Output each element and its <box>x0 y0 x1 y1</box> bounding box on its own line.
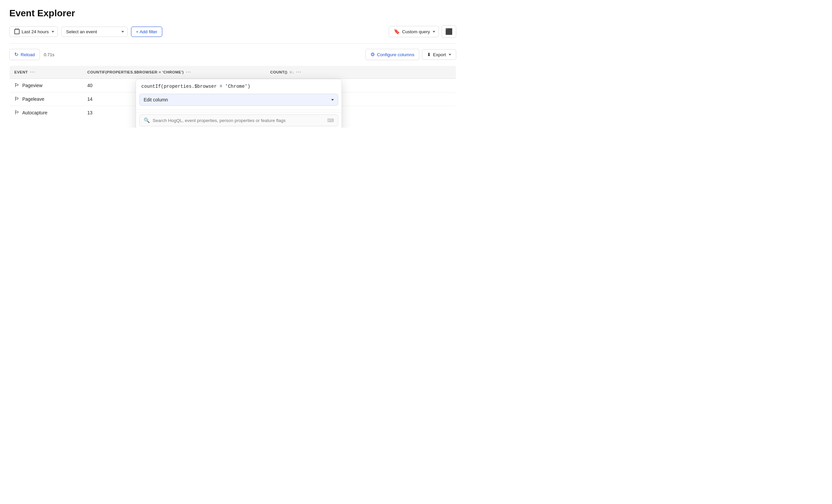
custom-query-label: Custom query <box>402 29 430 34</box>
chevron-down-icon <box>449 54 451 55</box>
col-event-more-icon[interactable]: ··· <box>30 69 35 75</box>
stack-layers-button[interactable]: ⬛ <box>442 25 456 38</box>
event-icon-pageleave: 🏳 <box>14 96 20 102</box>
event-name-autocapture: Autocapture <box>22 110 48 115</box>
page-title: Event Explorer <box>9 8 456 19</box>
configure-columns-label: Configure columns <box>377 52 414 57</box>
sort-icon[interactable]: ≡↓ <box>289 70 294 75</box>
configure-icon: ⚙ <box>370 52 375 57</box>
search-input[interactable] <box>153 118 324 123</box>
event-select-button[interactable]: Select an event <box>61 27 128 37</box>
col-event-label: EVENT <box>14 70 28 74</box>
chevron-down-icon <box>52 31 54 33</box>
event-cell-pageleave: 🏳 Pageleave <box>10 92 83 106</box>
col-event: EVENT ··· <box>10 66 83 79</box>
event-name-pageleave: Pageleave <box>22 97 44 102</box>
export-icon: ⬇ <box>427 52 431 57</box>
popup-expression-header: countIf(properties.$browser = 'Chrome') <box>136 79 341 92</box>
custom-query-button[interactable]: 🔖 Custom query <box>389 26 439 37</box>
reload-icon: ↻ <box>14 52 19 57</box>
secondary-toolbar: ↻ Reload 0.71s ⚙ Configure columns ⬇ Exp… <box>9 49 456 60</box>
popup-edit-row: Edit column <box>136 92 341 110</box>
add-filter-label: + Add filter <box>136 29 157 34</box>
edit-column-label: Edit column <box>144 97 168 102</box>
add-filter-button[interactable]: + Add filter <box>131 27 162 37</box>
time-range-button[interactable]: Last 24 hours <box>9 26 58 37</box>
load-time: 0.71s <box>44 52 55 57</box>
event-cell-autocapture: 🏳 Autocapture <box>10 106 83 120</box>
toolbar-right: 🔖 Custom query ⬛ <box>389 25 456 38</box>
column-edit-popup: countIf(properties.$browser = 'Chrome') … <box>136 79 342 128</box>
chevron-down-icon <box>433 31 435 33</box>
reload-label: Reload <box>21 52 35 57</box>
search-icon: 🔍 <box>144 117 150 123</box>
event-icon-pageview: 🏳 <box>14 82 20 88</box>
col-count-label: COUNT() <box>270 70 288 74</box>
table-container: EVENT ··· COUNTIF(PROPERTIES.$BROWSER = … <box>9 65 456 120</box>
col-countif-more-icon[interactable]: ··· <box>186 69 191 75</box>
stack-icon: ⬛ <box>445 28 452 35</box>
event-select-label: Select an event <box>66 29 97 34</box>
chevron-down-icon <box>331 99 334 101</box>
calendar-icon <box>14 29 20 34</box>
reload-button[interactable]: ↻ Reload <box>9 49 40 60</box>
event-cell-pageview: 🏳 Pageview <box>10 79 83 92</box>
popup-divider <box>136 110 341 110</box>
col-count-more-icon[interactable]: ··· <box>296 69 301 75</box>
search-box: 🔍 ⌨ <box>139 114 338 126</box>
table-header-row: EVENT ··· COUNTIF(PROPERTIES.$BROWSER = … <box>10 66 456 79</box>
edit-column-select[interactable]: Edit column <box>139 94 338 106</box>
export-label: Export <box>433 52 446 57</box>
col-count: COUNT() ≡↓ ··· <box>266 66 456 79</box>
secondary-toolbar-right: ⚙ Configure columns ⬇ Export <box>365 49 456 60</box>
event-name-pageview: Pageview <box>22 83 43 88</box>
col-countif-label: COUNTIF(PROPERTIES.$BROWSER = 'CHROME') <box>87 70 184 74</box>
keyboard-icon: ⌨ <box>327 118 334 123</box>
export-button[interactable]: ⬇ Export <box>422 49 456 60</box>
bookmark-icon: 🔖 <box>394 29 400 34</box>
top-toolbar: Last 24 hours Select an event + Add filt… <box>9 25 456 44</box>
col-countif: COUNTIF(PROPERTIES.$BROWSER = 'CHROME') … <box>83 66 266 79</box>
chevron-down-icon <box>121 31 124 33</box>
configure-columns-button[interactable]: ⚙ Configure columns <box>365 49 419 60</box>
time-range-label: Last 24 hours <box>22 29 49 34</box>
popup-search-area: 🔍 ⌨ <box>136 112 341 128</box>
popup-expression-text: countIf(properties.$browser = 'Chrome') <box>141 84 251 89</box>
event-icon-autocapture: 🏳 <box>14 110 20 116</box>
